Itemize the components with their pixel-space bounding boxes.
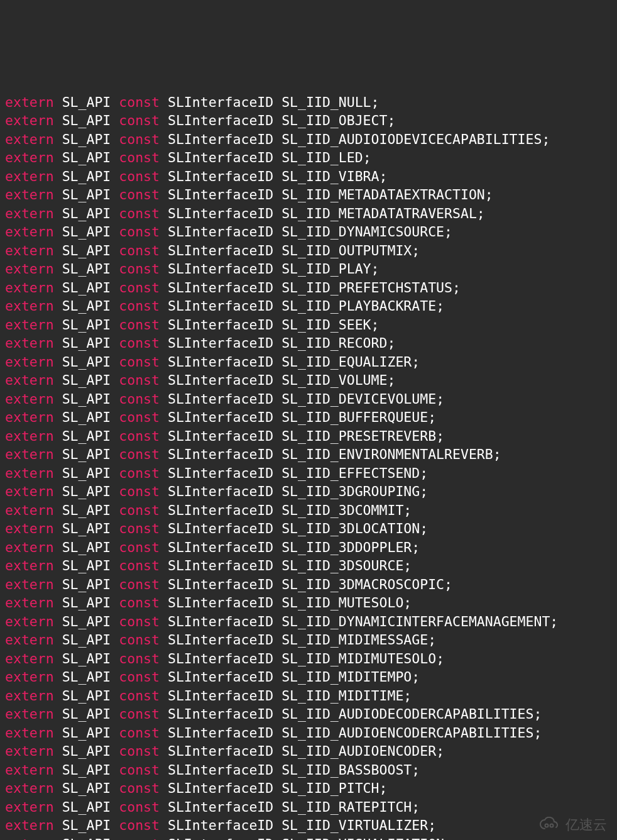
type-name: SLInterfaceID (168, 335, 273, 351)
code-line: extern SL_API const SLInterfaceID SL_IID… (5, 594, 612, 612)
api-macro: SL_API (62, 335, 111, 351)
type-name: SLInterfaceID (168, 632, 273, 648)
type-name: SLInterfaceID (168, 817, 273, 833)
api-macro: SL_API (62, 521, 111, 536)
api-macro: SL_API (62, 169, 111, 184)
code-line: extern SL_API const SLInterfaceID SL_IID… (5, 353, 612, 372)
semicolon: ; (436, 651, 444, 666)
keyword-const: const (119, 484, 160, 499)
api-macro: SL_API (62, 614, 111, 629)
code-line: extern SL_API const SLInterfaceID SL_IID… (5, 241, 612, 260)
type-name: SLInterfaceID (168, 354, 273, 370)
semicolon: ; (436, 298, 444, 314)
api-macro: SL_API (62, 261, 111, 277)
type-name: SLInterfaceID (168, 706, 273, 722)
semicolon: ; (412, 354, 420, 370)
code-line: extern SL_API const SLInterfaceID SL_IID… (5, 612, 612, 631)
keyword-const: const (119, 743, 160, 759)
semicolon: ; (371, 261, 379, 277)
semicolon: ; (452, 280, 461, 296)
code-line: extern SL_API const SLInterfaceID SL_IID… (5, 427, 612, 446)
code-line: extern SL_API const SLInterfaceID SL_IID… (5, 445, 612, 464)
type-name: SLInterfaceID (168, 446, 273, 462)
keyword-const: const (119, 836, 160, 841)
watermark-text: 亿速云 (565, 815, 607, 834)
keyword-const: const (119, 595, 160, 611)
keyword-extern: extern (5, 632, 54, 648)
semicolon: ; (412, 243, 420, 258)
type-name: SLInterfaceID (168, 688, 273, 704)
semicolon: ; (403, 502, 412, 518)
identifier: SL_IID_MIDITIME (281, 688, 403, 704)
api-macro: SL_API (62, 502, 111, 518)
keyword-extern: extern (5, 243, 54, 258)
semicolon: ; (485, 187, 493, 202)
api-macro: SL_API (62, 409, 111, 425)
type-name: SLInterfaceID (168, 465, 273, 481)
identifier: SL_IID_METADATATRAVERSAL (281, 206, 477, 221)
keyword-extern: extern (5, 206, 54, 221)
identifier: SL_IID_VIRTUALIZER (281, 817, 428, 833)
keyword-const: const (119, 187, 160, 202)
identifier: SL_IID_MUTESOLO (281, 595, 403, 611)
keyword-extern: extern (5, 409, 54, 425)
code-line: extern SL_API const SLInterfaceID SL_IID… (5, 223, 612, 241)
api-macro: SL_API (62, 187, 111, 202)
keyword-const: const (119, 706, 160, 722)
identifier: SL_IID_3DLOCATION (281, 521, 420, 536)
semicolon: ; (412, 762, 420, 778)
semicolon: ; (412, 799, 420, 815)
type-name: SLInterfaceID (168, 224, 273, 240)
api-macro: SL_API (62, 762, 111, 778)
semicolon: ; (550, 614, 558, 629)
api-macro: SL_API (62, 669, 111, 685)
keyword-extern: extern (5, 446, 54, 462)
keyword-extern: extern (5, 688, 54, 704)
type-name: SLInterfaceID (168, 298, 273, 314)
type-name: SLInterfaceID (168, 614, 273, 629)
api-macro: SL_API (62, 280, 111, 296)
keyword-const: const (119, 688, 160, 704)
api-macro: SL_API (62, 94, 111, 110)
identifier: SL_IID_OUTPUTMIX (281, 243, 412, 258)
api-macro: SL_API (62, 224, 111, 240)
api-macro: SL_API (62, 817, 111, 833)
semicolon: ; (420, 521, 428, 536)
semicolon: ; (387, 113, 395, 128)
identifier: SL_IID_DYNAMICSOURCE (281, 224, 444, 240)
identifier: SL_IID_PRESETREVERB (281, 428, 436, 444)
type-name: SLInterfaceID (168, 131, 273, 147)
code-line: extern SL_API const SLInterfaceID SL_IID… (5, 631, 612, 649)
api-macro: SL_API (62, 539, 111, 555)
identifier: SL_IID_LED (281, 150, 363, 165)
code-line: extern SL_API const SLInterfaceID SL_IID… (5, 482, 612, 501)
type-name: SLInterfaceID (168, 558, 273, 573)
code-line: extern SL_API const SLInterfaceID SL_IID… (5, 297, 612, 316)
code-line: extern SL_API const SLInterfaceID SL_IID… (5, 390, 612, 409)
keyword-extern: extern (5, 465, 54, 481)
code-line: extern SL_API const SLInterfaceID SL_IID… (5, 408, 612, 427)
type-name: SLInterfaceID (168, 150, 273, 165)
api-macro: SL_API (62, 725, 111, 741)
identifier: SL_IID_3DDOPPLER (281, 539, 412, 555)
keyword-const: const (119, 577, 160, 592)
svg-point-0 (545, 824, 549, 827)
type-name: SLInterfaceID (168, 521, 273, 536)
keyword-extern: extern (5, 372, 54, 388)
code-line: extern SL_API const SLInterfaceID SL_IID… (5, 111, 612, 130)
keyword-extern: extern (5, 298, 54, 314)
keyword-const: const (119, 243, 160, 258)
identifier: SL_IID_MIDIMUTESOLO (281, 651, 436, 666)
semicolon: ; (420, 484, 428, 499)
code-line: extern SL_API const SLInterfaceID SL_IID… (5, 130, 612, 149)
code-line: extern SL_API const SLInterfaceID SL_IID… (5, 167, 612, 186)
code-line: extern SL_API const SLInterfaceID SL_IID… (5, 742, 612, 761)
semicolon: ; (533, 706, 542, 722)
code-line: extern SL_API const SLInterfaceID SL_IID… (5, 761, 612, 780)
keyword-const: const (119, 521, 160, 536)
semicolon: ; (412, 539, 420, 555)
api-macro: SL_API (62, 558, 111, 573)
keyword-const: const (119, 372, 160, 388)
keyword-const: const (119, 428, 160, 444)
api-macro: SL_API (62, 428, 111, 444)
